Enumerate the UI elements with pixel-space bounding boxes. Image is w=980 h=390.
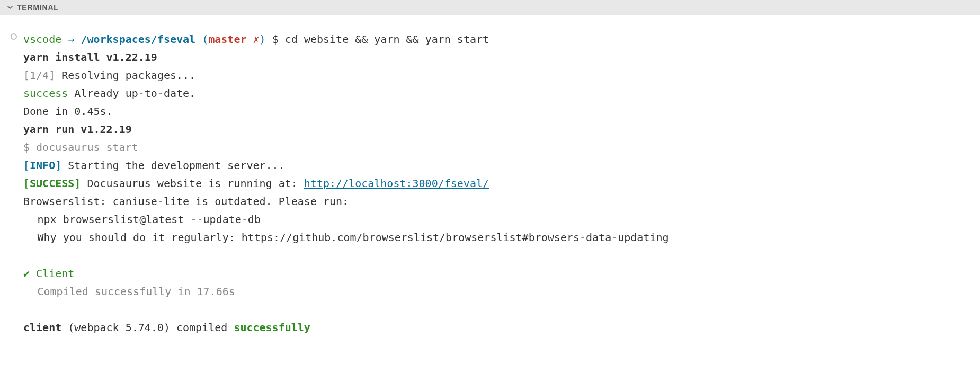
uptodate-line: success Already up-to-date.: [23, 84, 968, 102]
yarn-install-line: yarn install v1.22.19: [23, 48, 968, 66]
prompt-symbol: $: [272, 33, 279, 46]
blank-line-2: [23, 300, 968, 318]
success-word: success: [23, 87, 68, 100]
successfully-text: successfully: [234, 321, 310, 334]
blank-line-1: [23, 246, 968, 264]
prompt-branch: master: [208, 33, 246, 46]
chevron-down-icon: [7, 5, 13, 10]
uptodate-text: Already up-to-date.: [68, 87, 195, 100]
terminal-panel-header[interactable]: TERMINAL: [0, 0, 980, 15]
info-line: [INFO] Starting the development server..…: [23, 156, 968, 174]
prompt-paren-open: (: [202, 33, 208, 46]
prompt-paren-close: ): [260, 33, 266, 46]
webpack-line: client (webpack 5.74.0) compiled success…: [23, 318, 968, 336]
client-label: Client: [30, 267, 74, 280]
success-text: Docusaurus website is running at:: [81, 177, 304, 190]
webpack-text: (webpack 5.74.0) compiled: [61, 321, 234, 334]
info-text: Starting the development server...: [61, 159, 284, 172]
done-line: Done in 0.45s.: [23, 102, 968, 120]
prompt-user: vscode: [23, 33, 61, 46]
terminal-panel-title: TERMINAL: [17, 3, 59, 12]
prompt-arrow: →: [68, 33, 74, 46]
resolving-text: Resolving packages...: [55, 69, 195, 82]
client-bold: client: [23, 321, 61, 334]
success-tag: [SUCCESS]: [23, 177, 81, 190]
localhost-url[interactable]: http://localhost:3000/fseval/: [304, 177, 489, 190]
command-text: cd website && yarn && yarn start: [285, 33, 489, 46]
prompt-dirty: ✗: [253, 33, 260, 46]
browserslist-line: Browserslist: caniuse-lite is outdated. …: [23, 192, 968, 210]
gutter-circle-icon: [11, 33, 17, 40]
prompt-line: vscode → /workspaces/fseval (master ✗) $…: [23, 30, 968, 48]
compiled-in-line: Compiled successfully in 17.66s: [23, 282, 968, 300]
why-line: Why you should do it regularly: https://…: [23, 228, 968, 246]
prompt-path: /workspaces/fseval: [81, 33, 195, 46]
check-icon: ✔: [23, 267, 30, 280]
client-check-line: ✔ Client: [23, 264, 968, 282]
docusaurus-line: $ docusaurus start: [23, 138, 968, 156]
resolving-line: [1/4] Resolving packages...: [23, 66, 968, 84]
terminal-output[interactable]: vscode → /workspaces/fseval (master ✗) $…: [0, 15, 980, 347]
yarn-run-line: yarn run v1.22.19: [23, 120, 968, 138]
success-line: [SUCCESS] Docusaurus website is running …: [23, 174, 968, 192]
step-indicator: [1/4]: [23, 69, 55, 82]
npx-line: npx browserslist@latest --update-db: [23, 210, 968, 228]
info-tag: [INFO]: [23, 159, 61, 172]
